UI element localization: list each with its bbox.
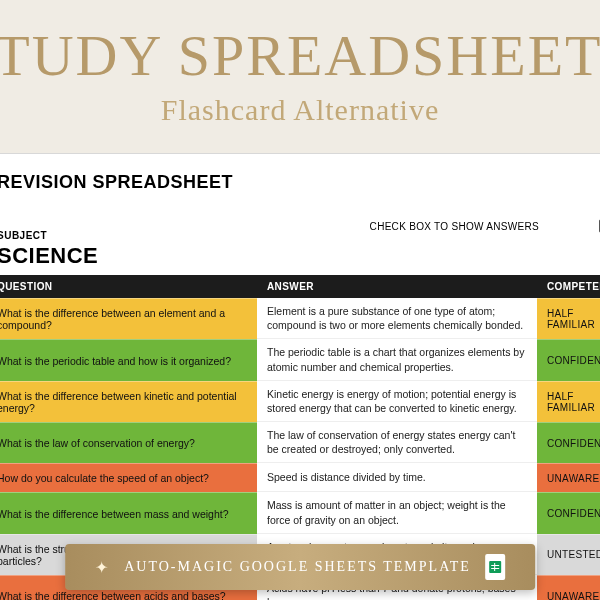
competency-cell[interactable]: CONFIDENT: [537, 422, 600, 463]
answer-cell[interactable]: The law of conservation of energy states…: [257, 422, 537, 463]
answer-cell[interactable]: Mass is amount of matter in an object; w…: [257, 492, 537, 533]
header-answer: ANSWER: [257, 275, 537, 298]
table-row: How do you calculate the speed of an obj…: [0, 463, 600, 492]
revision-title: REVISION SPREADSHEET: [0, 172, 600, 193]
table-row: What is the law of conservation of energ…: [0, 422, 600, 463]
spreadsheet-preview: REVISION SPREADSHEET SUBJECT CHECK BOX T…: [0, 153, 600, 543]
answer-cell[interactable]: The periodic table is a chart that organ…: [257, 339, 537, 380]
answer-cell[interactable]: Element is a pure substance of one type …: [257, 298, 537, 339]
competency-cell[interactable]: CONFIDENT: [537, 339, 600, 380]
table-row: What is the difference between kinetic a…: [0, 381, 600, 422]
footer-banner: ✦ AUTO-MAGIC GOOGLE SHEETS TEMPLATE: [65, 544, 535, 590]
answer-cell[interactable]: Speed is distance divided by time.: [257, 463, 537, 492]
question-cell[interactable]: What is the difference between an elemen…: [0, 298, 257, 339]
google-sheets-icon: [485, 554, 505, 580]
competency-cell[interactable]: HALF FAMILIAR: [537, 381, 600, 422]
question-cell[interactable]: How do you calculate the speed of an obj…: [0, 463, 257, 492]
competency-cell[interactable]: HALF FAMILIAR: [537, 298, 600, 339]
answer-cell[interactable]: Kinetic energy is energy of motion; pote…: [257, 381, 537, 422]
show-answers-label: CHECK BOX TO SHOW ANSWERS: [370, 221, 539, 232]
question-cell[interactable]: What is the periodic table and how is it…: [0, 339, 257, 380]
sparkle-icon: ✦: [95, 558, 110, 577]
competency-cell[interactable]: UNAWARE: [537, 575, 600, 600]
competency-cell[interactable]: CONFIDENT: [537, 492, 600, 533]
hero-subtitle: Flashcard Alternative: [0, 93, 600, 127]
competency-cell[interactable]: UNTESTED: [537, 534, 600, 575]
table-row: What is the difference between mass and …: [0, 492, 600, 533]
hero-title: STUDY SPREADSHEET: [0, 22, 600, 89]
subject-value: SCIENCE: [0, 243, 600, 269]
footer-text: AUTO-MAGIC GOOGLE SHEETS TEMPLATE: [124, 559, 471, 575]
table-header: QUESTION ANSWER COMPETENCY: [0, 275, 600, 298]
table-row: What is the difference between an elemen…: [0, 298, 600, 339]
table-row: What is the periodic table and how is it…: [0, 339, 600, 380]
competency-cell[interactable]: UNAWARE: [537, 463, 600, 492]
meta-row: SUBJECT CHECK BOX TO SHOW ANSWERS: [0, 219, 600, 241]
header-competency: COMPETENCY: [537, 275, 600, 298]
header-question: QUESTION: [0, 275, 257, 298]
question-cell[interactable]: What is the difference between kinetic a…: [0, 381, 257, 422]
question-cell[interactable]: What is the law of conservation of energ…: [0, 422, 257, 463]
subject-label: SUBJECT: [0, 230, 47, 241]
question-cell[interactable]: What is the difference between mass and …: [0, 492, 257, 533]
